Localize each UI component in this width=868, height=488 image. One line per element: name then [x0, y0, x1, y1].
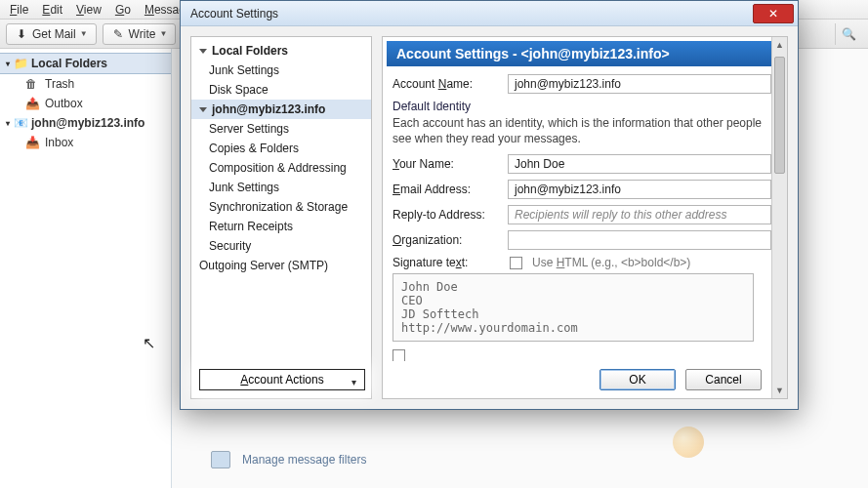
signature-textarea[interactable]: John Doe CEO JD Softtech http://www.your…	[393, 273, 754, 342]
outbox-icon: 📤	[25, 97, 39, 110]
nav-copies-folders[interactable]: Copies & Folders	[191, 139, 371, 158]
scroll-down-icon[interactable]: ▼	[772, 383, 787, 398]
dialog-title: Account Settings	[190, 7, 753, 20]
nav-local-folders[interactable]: Local Folders	[191, 41, 371, 61]
cancel-button[interactable]: Cancel	[685, 369, 762, 390]
reply-label: Reply-to Address:	[393, 208, 500, 222]
account-settings-dialog: Account Settings ✕ Local Folders Junk Se…	[180, 0, 799, 410]
download-icon: ⬇	[15, 27, 28, 41]
signature-label: Signature text:	[393, 256, 500, 269]
trash-label: Trash	[45, 77, 74, 91]
filter-icon	[211, 451, 230, 468]
nav-sync-storage[interactable]: Synchronization & Storage	[191, 197, 371, 217]
account-name-input[interactable]: john@mybiz123.info	[508, 74, 771, 94]
account-label: john@mybiz123.info	[31, 116, 145, 130]
menu-edit[interactable]: Edit	[36, 1, 68, 19]
truncated-row	[393, 347, 754, 361]
get-mail-button[interactable]: ⬇ Get Mail ▼	[6, 23, 97, 45]
write-label: Write	[129, 27, 156, 41]
dialog-titlebar[interactable]: Account Settings ✕	[181, 1, 798, 26]
folder-account[interactable]: ▾ 📧 john@mybiz123.info	[0, 113, 171, 133]
nav-junk2[interactable]: Junk Settings	[191, 178, 371, 197]
folder-inbox[interactable]: 📥 Inbox	[0, 133, 171, 152]
panel-header: Account Settings - <john@mybiz123.info>	[387, 41, 783, 66]
nav-composition[interactable]: Composition & Addressing	[191, 158, 371, 178]
chevron-down-icon: ▾	[6, 60, 10, 68]
dropdown-icon: ▼	[159, 29, 167, 38]
ok-button[interactable]: OK	[599, 369, 676, 390]
org-label: Organization:	[393, 233, 500, 247]
dialog-panel: Account Settings - <john@mybiz123.info> …	[382, 36, 788, 399]
your-name-label: Your Name:	[393, 157, 500, 171]
watermark	[673, 421, 848, 464]
trash-icon: 🗑	[25, 77, 39, 91]
write-button[interactable]: ✎ Write ▼	[103, 23, 177, 45]
scroll-up-icon[interactable]: ▲	[772, 37, 787, 53]
inbox-label: Inbox	[45, 136, 73, 149]
manage-filters-label: Manage message filters	[242, 453, 366, 467]
nav-return-receipts[interactable]: Return Receipts	[191, 217, 371, 236]
close-icon: ✕	[768, 7, 778, 20]
folder-local-folders[interactable]: ▾ 📁 Local Folders	[0, 53, 171, 74]
scroll-thumb[interactable]	[774, 57, 785, 174]
nav-account[interactable]: john@mybiz123.info	[191, 100, 371, 119]
folder-tree: ▾ 📁 Local Folders 🗑 Trash 📤 Outbox ▾ 📧 j…	[0, 49, 172, 488]
manage-filters-link[interactable]: Manage message filters	[211, 451, 366, 468]
email-label: Email Address:	[393, 183, 500, 196]
folder-trash[interactable]: 🗑 Trash	[0, 74, 171, 94]
folder-icon: 📁	[14, 57, 27, 70]
chevron-down-icon: ▾	[6, 119, 10, 128]
outbox-label: Outbox	[45, 97, 83, 110]
org-input[interactable]	[508, 230, 771, 250]
use-html-label: Use HTML (e.g., <b>bold</b>)	[532, 256, 690, 269]
pencil-icon: ✎	[111, 27, 125, 41]
close-button[interactable]: ✕	[753, 4, 794, 23]
use-html-checkbox[interactable]	[510, 257, 522, 269]
your-name-input[interactable]: John Doe	[508, 154, 771, 174]
nav-server-settings[interactable]: Server Settings	[191, 119, 371, 139]
local-folders-label: Local Folders	[31, 57, 107, 70]
inbox-icon: 📥	[25, 136, 39, 149]
chevron-down-icon	[199, 49, 207, 54]
panel-scrollbar[interactable]: ▲ ▼	[771, 37, 787, 398]
identity-title: Default Identity	[393, 100, 773, 113]
identity-desc: Each account has an identity, which is t…	[393, 115, 764, 146]
account-actions-button[interactable]: Account Actions	[199, 369, 365, 390]
nav-junk-settings[interactable]: Junk Settings	[191, 61, 371, 80]
dialog-nav: Local Folders Junk Settings Disk Space j…	[190, 36, 372, 399]
account-actions-label: Account Actions	[240, 373, 323, 386]
chevron-down-icon	[199, 107, 207, 112]
menu-view[interactable]: View	[70, 1, 107, 19]
nav-smtp[interactable]: Outgoing Server (SMTP)	[191, 256, 371, 275]
nav-security[interactable]: Security	[191, 236, 371, 256]
reply-input[interactable]: Recipients will reply to this other addr…	[508, 205, 771, 224]
account-name-label: Account Name:	[393, 77, 500, 91]
menu-file[interactable]: File	[4, 1, 34, 19]
logo-icon	[673, 427, 704, 458]
search-icon[interactable]: 🔍	[835, 23, 862, 45]
mail-account-icon: 📧	[14, 116, 27, 130]
nav-disk-space[interactable]: Disk Space	[191, 80, 371, 100]
menu-go[interactable]: Go	[109, 1, 137, 19]
get-mail-label: Get Mail	[32, 27, 76, 41]
email-input[interactable]: john@mybiz123.info	[508, 180, 771, 199]
dropdown-icon: ▼	[80, 29, 88, 38]
folder-outbox[interactable]: 📤 Outbox	[0, 94, 171, 113]
attach-sig-checkbox[interactable]	[393, 349, 405, 362]
